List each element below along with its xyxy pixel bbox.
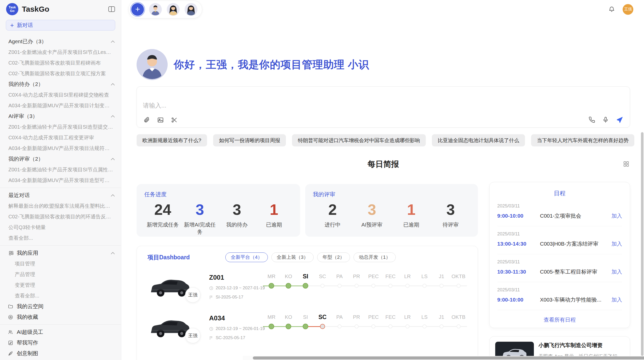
- scissors-icon[interactable]: [171, 117, 178, 123]
- message-input[interactable]: [137, 87, 630, 111]
- dashboard-tab[interactable]: 全新平台（4）: [225, 252, 268, 262]
- schedule-name: X003-车辆动力学性能验...: [540, 296, 611, 303]
- sidebar-header: Task Go TaskGo: [0, 0, 121, 18]
- sidebar-item[interactable]: C0X4-动力总成开发项目工程变更评审: [0, 132, 121, 143]
- agent-avatar[interactable]: [149, 3, 162, 16]
- sidebar-item[interactable]: Z001-全新燃油轻卡产品开发项目SI节点属性5D文件评审: [0, 164, 121, 175]
- notification-bell-icon[interactable]: [608, 6, 615, 13]
- sidebar-item[interactable]: A034-全新新能源MUV产品开发项目法规符合性评审: [0, 143, 121, 154]
- suggestion-chip[interactable]: 特朗普可能对进口汽车增税会对中国车企造成哪些影响: [292, 134, 426, 146]
- phone-icon[interactable]: [589, 116, 595, 123]
- dashboard-tab[interactable]: 动总开发（1）: [354, 252, 396, 262]
- join-meeting-link[interactable]: 加入: [611, 268, 622, 275]
- recent-chat-item[interactable]: 公司Q3轻卡销量: [0, 222, 121, 233]
- add-agent-button[interactable]: +: [131, 3, 144, 16]
- new-chat-button[interactable]: + 新对话: [6, 20, 115, 31]
- sidebar-tool-team[interactable]: AI超级员工: [0, 327, 121, 337]
- milestone-label: LR: [399, 313, 416, 321]
- suggestion-chip[interactable]: 欧洲新规最近颁布了什么?: [137, 134, 207, 146]
- schedule-item[interactable]: 2025/03/1113:00-14:30C003|H0B-方案冻结评审加入: [497, 226, 622, 254]
- join-meeting-link[interactable]: 加入: [611, 240, 622, 247]
- project-dates: 2023-12-19 ~ 2027-01-19: [209, 286, 263, 291]
- app-item[interactable]: 项目管理: [0, 258, 121, 269]
- sidebar-item[interactable]: C02-飞腾新能源轻客改款项目里程碑画布: [0, 57, 121, 68]
- star-icon: [8, 314, 13, 320]
- project-row[interactable]: 王强Z0012023-12-19 ~ 2027-01-19SI-2025-05-…: [148, 269, 467, 303]
- chevron-up-icon[interactable]: [111, 115, 115, 118]
- chevron-up-icon[interactable]: [111, 158, 115, 160]
- recent-chat-item[interactable]: 解释最新出台的欧盟报废车法规再生塑料比例被调至15%...: [0, 201, 121, 211]
- metric-value: 2: [313, 200, 352, 220]
- sidebar-item[interactable]: A034-全新新能源MUV产品开发项目造型可行性评审: [0, 175, 121, 186]
- agent-avatar[interactable]: [167, 3, 180, 16]
- sidebar-section-header[interactable]: AI评审（3）: [0, 111, 121, 122]
- send-icon[interactable]: [616, 116, 623, 123]
- sidebar-section-header[interactable]: 我的待办（2）: [0, 79, 121, 89]
- sidebar-item[interactable]: A034-全新新能源MUV产品开发项目计划变更表编写: [0, 100, 121, 111]
- milestone: LS: [416, 272, 433, 291]
- sidebar-section-header[interactable]: 我的评审（2）: [0, 154, 121, 164]
- milestone-label: SC: [314, 272, 331, 281]
- sidebar-section-title: 我的评审（2）: [8, 155, 111, 162]
- microphone-icon[interactable]: [602, 116, 609, 123]
- app-item[interactable]: 产品管理: [0, 269, 121, 280]
- sidebar-section-header[interactable]: Agent已办（3）: [0, 36, 121, 47]
- attachment-icon[interactable]: [143, 117, 150, 123]
- suggestion-chip[interactable]: 比亚迪全固态电池计划具体说了什么: [432, 134, 525, 146]
- project-dates: 2023-12-19 ~ 2026-01-19: [209, 326, 263, 331]
- milestone: PR: [348, 313, 365, 332]
- draw-icon: [8, 351, 13, 356]
- chevron-up-icon[interactable]: [111, 252, 115, 254]
- sidebar-link-folder[interactable]: 我的云空间: [0, 301, 121, 312]
- horizontal-scrollbar-thumb[interactable]: [253, 356, 644, 359]
- sidebar-link-star[interactable]: 我的收藏: [0, 312, 121, 322]
- project-owner-avatar: 王强: [185, 287, 200, 303]
- chevron-up-icon[interactable]: [111, 40, 115, 43]
- join-meeting-link[interactable]: 加入: [611, 212, 622, 219]
- composer-left-icons: [143, 117, 178, 123]
- sidebar-tool-write[interactable]: 帮我写作: [0, 337, 121, 348]
- sidebar-section-title: Agent已办（3）: [8, 38, 111, 45]
- milestone-dot: [303, 283, 308, 289]
- agent-avatar[interactable]: [185, 3, 197, 16]
- schedule-item[interactable]: 2025/03/1110:30-11:30C005-整车工程目标评审加入: [497, 254, 622, 282]
- sidebar-section-header[interactable]: 我的应用: [0, 248, 121, 258]
- project-row[interactable]: 王强A0342023-12-19 ~ 2026-01-19SC-2025-05-…: [148, 310, 467, 344]
- schedule-item[interactable]: 2025/03/119:00-10:00X003-车辆动力学性能验...加入: [497, 282, 622, 310]
- app-item[interactable]: 变更管理: [0, 280, 121, 290]
- user-avatar[interactable]: 王强: [623, 4, 633, 15]
- view-all-schedule-link[interactable]: 查看所有日程: [497, 310, 622, 328]
- view-all-apps-link[interactable]: 查看全部...: [0, 290, 121, 301]
- sidebar-item[interactable]: Z001-全新燃油皮卡产品开发项目SI节点Lesson Learn报告: [0, 47, 121, 57]
- sidebar-item[interactable]: C0X4-动力总成开发项目SI里程碑提交物检查: [0, 89, 121, 100]
- suggestion-chip[interactable]: 如何写一份清晰的项目周报: [213, 134, 286, 146]
- sidebar-item[interactable]: Z001-全新燃油轻卡产品开发项目SI造型提交物评审: [0, 122, 121, 132]
- schedule-item[interactable]: 2025/03/119:00-10:00C001-立项审批会加入: [497, 198, 622, 226]
- milestone-label: LS: [416, 313, 433, 321]
- sidebar-section-header[interactable]: 最近对话: [0, 190, 121, 201]
- metric-value: 3: [181, 200, 218, 220]
- main-area: + 王强 你好，王强，我是你的项目管理助理 小识: [121, 0, 644, 360]
- task-progress-card: 任务进度 24新增完成任务3新增AI完成任务3我的待办1已逾期: [137, 184, 300, 237]
- join-meeting-link[interactable]: 加入: [611, 296, 622, 303]
- vertical-scrollbar-thumb[interactable]: [641, 132, 643, 356]
- sidebar-tool-draw[interactable]: 创意制图: [0, 348, 121, 359]
- sidebar-item[interactable]: C02-飞腾新能源轻客改款项目立项汇报方案: [0, 68, 121, 79]
- logo-text-top: Task: [9, 6, 16, 9]
- chevron-up-icon[interactable]: [111, 83, 115, 86]
- sidebar-section: Agent已办（3）Z001-全新燃油皮卡产品开发项目SI节点Lesson Le…: [0, 36, 121, 79]
- layout-grid-icon[interactable]: [623, 161, 630, 168]
- dashboard-tab[interactable]: 全新上装（3）: [271, 252, 314, 262]
- chevron-up-icon[interactable]: [111, 194, 115, 197]
- greeting-text: 你好，王强，我是你的项目管理助理 小识: [174, 58, 369, 72]
- image-icon[interactable]: [157, 117, 164, 123]
- milestone-track: MRKOSISCPAPRPECFECLRLSJ1OKTB: [263, 310, 467, 332]
- recent-chat-item[interactable]: C02-飞腾新能源轻客改款项目的闭环通告反馈情况: [0, 211, 121, 222]
- suggestion-chip[interactable]: 当下年轻人对汽车外观有怎样的喜好趋势: [531, 134, 634, 146]
- collapse-sidebar-icon[interactable]: [108, 6, 115, 12]
- view-all-chats-link[interactable]: 查看全部...: [0, 233, 121, 243]
- dashboard-tab[interactable]: 年型（2）: [317, 252, 350, 262]
- schedule-list: 2025/03/119:00-10:00C001-立项审批会加入2025/03/…: [497, 198, 622, 310]
- schedule-time: 9:00-10:00: [497, 213, 536, 219]
- app-title: TaskGo: [22, 5, 105, 13]
